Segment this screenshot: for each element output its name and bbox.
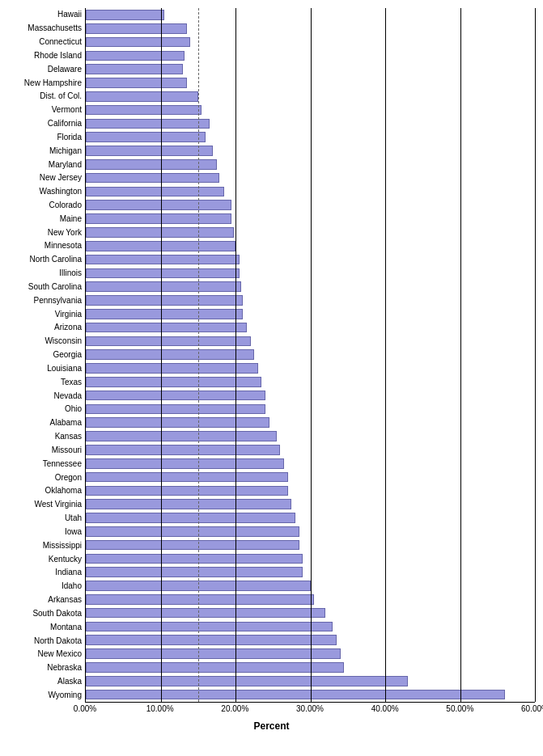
y-axis-label: Massachusetts bbox=[8, 24, 82, 32]
y-axis-label: New Hampshire bbox=[8, 79, 82, 87]
bar bbox=[86, 336, 251, 347]
bar bbox=[86, 159, 217, 170]
y-axis-label: Kansas bbox=[8, 433, 82, 441]
y-axis-label: Kentucky bbox=[8, 555, 82, 564]
bar bbox=[86, 105, 202, 116]
y-axis-label: Dist. of Col. bbox=[8, 92, 82, 100]
bar bbox=[86, 622, 333, 632]
y-axis-label: Texas bbox=[8, 378, 82, 386]
bar bbox=[86, 78, 187, 88]
x-axis-labels: 0.00%10.00%20.00%30.00%40.00%50.00%60.00… bbox=[85, 704, 535, 717]
bar bbox=[86, 526, 299, 537]
y-axis-label: Arizona bbox=[8, 323, 82, 332]
bar bbox=[86, 472, 288, 483]
bar bbox=[86, 349, 254, 360]
bar bbox=[86, 662, 344, 673]
y-axis-label: Missouri bbox=[8, 446, 82, 454]
bar bbox=[86, 690, 505, 700]
y-axis-label: North Carolina bbox=[8, 256, 82, 264]
y-axis-label: New York bbox=[8, 229, 82, 237]
x-axis-title: Percent bbox=[8, 720, 535, 732]
bar bbox=[86, 431, 277, 441]
bar bbox=[86, 648, 341, 659]
chart-area: HawaiiMassachusettsConnecticutRhode Isla… bbox=[8, 8, 535, 703]
y-axis-label: West Virginia bbox=[8, 500, 82, 509]
bar bbox=[86, 187, 224, 197]
x-axis-tick-label: 50.00% bbox=[446, 704, 473, 713]
y-axis-label: Ohio bbox=[8, 405, 82, 413]
bar bbox=[86, 255, 240, 265]
y-axis-label: Illinois bbox=[8, 269, 82, 277]
y-axis-label: Vermont bbox=[8, 106, 82, 114]
x-axis-tick-label: 30.00% bbox=[296, 704, 324, 713]
bar bbox=[86, 51, 185, 61]
bar bbox=[86, 404, 265, 415]
y-axis-label: Pennsylvania bbox=[8, 297, 82, 305]
y-axis-label: Virginia bbox=[8, 310, 82, 319]
bar bbox=[86, 391, 265, 401]
bar bbox=[86, 554, 303, 564]
bar bbox=[86, 309, 243, 319]
y-axis-label: Oklahoma bbox=[8, 487, 82, 495]
y-axis-label: Mississippi bbox=[8, 542, 82, 550]
bar bbox=[86, 268, 240, 279]
bar bbox=[86, 540, 299, 551]
y-axis-label: North Dakota bbox=[8, 637, 82, 645]
y-axis-label: Montana bbox=[8, 623, 82, 631]
bar bbox=[86, 458, 284, 469]
y-axis-label: Alabama bbox=[8, 419, 82, 427]
reference-line bbox=[198, 8, 199, 702]
grid-line bbox=[460, 8, 461, 702]
bar bbox=[86, 132, 206, 142]
y-axis-label: New Mexico bbox=[8, 650, 82, 658]
y-axis-label: California bbox=[8, 120, 82, 128]
bar bbox=[86, 486, 288, 496]
y-axis-label: Minnesota bbox=[8, 242, 82, 250]
bar bbox=[86, 10, 164, 20]
bar bbox=[86, 635, 337, 645]
bar bbox=[86, 200, 231, 210]
y-axis-label: Hawaii bbox=[8, 11, 82, 19]
x-axis-tick-label: 40.00% bbox=[371, 704, 399, 713]
x-axis-tick-label: 60.00% bbox=[521, 704, 543, 713]
y-axis-label: Indiana bbox=[8, 568, 82, 577]
bar bbox=[86, 64, 183, 74]
y-axis-labels: HawaiiMassachusettsConnecticutRhode Isla… bbox=[8, 8, 85, 703]
bar bbox=[86, 567, 303, 577]
bar bbox=[86, 363, 258, 374]
bar bbox=[86, 513, 295, 523]
bar bbox=[86, 213, 231, 224]
y-axis-label: Maryland bbox=[8, 161, 82, 169]
bar bbox=[86, 281, 241, 292]
bar bbox=[86, 445, 280, 455]
bar bbox=[86, 173, 219, 184]
y-axis-label: Nevada bbox=[8, 392, 82, 400]
bar bbox=[86, 37, 190, 48]
y-axis-label: New Jersey bbox=[8, 174, 82, 182]
y-axis-label: Maine bbox=[8, 215, 82, 223]
y-axis-label: South Dakota bbox=[8, 610, 82, 618]
grid-line bbox=[161, 8, 162, 702]
y-axis-label: Georgia bbox=[8, 351, 82, 359]
bar bbox=[86, 323, 247, 333]
x-axis-tick-label: 10.00% bbox=[146, 704, 174, 713]
bar bbox=[86, 608, 325, 619]
x-axis-tick-label: 20.00% bbox=[221, 704, 248, 713]
y-axis-label: Utah bbox=[8, 514, 82, 522]
grid-line bbox=[385, 8, 386, 702]
bar bbox=[86, 676, 408, 686]
grid-line bbox=[235, 8, 236, 702]
bars-area bbox=[85, 8, 535, 703]
y-axis-label: South Carolina bbox=[8, 283, 82, 291]
y-axis-label: Louisiana bbox=[8, 365, 82, 373]
y-axis-label: Delaware bbox=[8, 65, 82, 74]
y-axis-label: Tennessee bbox=[8, 460, 82, 468]
y-axis-label: Michigan bbox=[8, 147, 82, 155]
bar bbox=[86, 91, 198, 102]
bar bbox=[86, 23, 187, 34]
y-axis-label: Washington bbox=[8, 188, 82, 196]
y-axis-label: Arkansas bbox=[8, 596, 82, 604]
y-axis-label: Connecticut bbox=[8, 38, 82, 46]
y-axis-label: Idaho bbox=[8, 582, 82, 590]
y-axis-label: Oregon bbox=[8, 474, 82, 482]
